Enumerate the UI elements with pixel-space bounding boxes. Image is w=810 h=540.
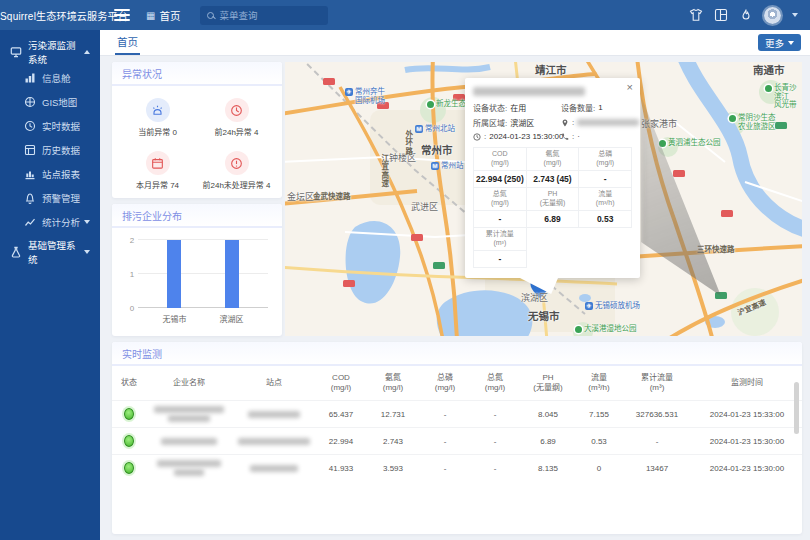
sidebar-group-base-management[interactable]: 基础管理系统 [0, 238, 100, 266]
empty-cell [579, 228, 632, 251]
station-name-redacted [232, 411, 316, 418]
table-row[interactable]: 41.9333.593--8.1350134672024-01-23 15:30… [112, 454, 802, 481]
value-cell: 41.933 [316, 464, 366, 473]
y-axis-tick: 0 [130, 304, 134, 313]
close-icon[interactable]: × [627, 81, 633, 93]
value-cell: 13467 [622, 464, 692, 473]
metric-unit: (mg/l) [491, 159, 509, 168]
value-cell: 2024-01-23 15:30:00 [692, 437, 802, 446]
app-logo: Squirrel生态环境云服务平台 [0, 8, 100, 23]
sidebar-item-信息舱[interactable]: 信息舱 [0, 66, 100, 90]
chevron-down-icon [84, 220, 90, 224]
address-redacted [577, 119, 639, 126]
gis-map[interactable]: 靖江市南通市常州市无锡市钟楼区武进区金坛区滨湖区张家港市三甲镇M常州北站M常州站… [285, 62, 802, 336]
device-status-label: 设备状态: [473, 102, 507, 113]
value-cell: 327636.531 [622, 410, 692, 419]
sidebar-item-label: 信息舱 [42, 71, 71, 85]
column-header-总磷: 总磷(mg/l) [420, 373, 470, 394]
metric-unit: (mg/l) [544, 159, 562, 168]
device-popup: × 设备状态:在用 设备数量:1 所属区域:滨湖区 : : 2024-01-23… [465, 78, 640, 278]
sidebar-item-历史数据[interactable]: 历史数据 [0, 138, 100, 162]
sidebar-item-label: 预警管理 [42, 191, 80, 205]
value-cell: 6.89 [520, 437, 576, 446]
clock-icon [225, 98, 249, 122]
device-name-redacted [473, 87, 585, 96]
metric-name: 氨氮 [545, 150, 559, 159]
more-button[interactable]: 更多 [758, 34, 801, 51]
column-header-line2: (m³/h) [588, 383, 609, 393]
user-avatar[interactable] [764, 7, 781, 24]
grid-icon: ▦ [146, 10, 155, 21]
metric-name: 总磷 [598, 150, 612, 159]
empty-cell [579, 251, 632, 268]
search-input[interactable] [219, 10, 321, 21]
phone-value: · [577, 132, 580, 141]
sidebar-item-GIS地图[interactable]: GIS地图 [0, 90, 100, 114]
sidebar-item-实时数据[interactable]: 实时数据 [0, 114, 100, 138]
status-cell [112, 435, 146, 447]
park-icon [427, 101, 434, 108]
column-header-line1: 站点 [266, 378, 282, 388]
siren-icon [146, 98, 170, 122]
chevron-down-icon [788, 41, 794, 45]
status-cell [112, 408, 146, 420]
device-metrics-table: COD(mg/l)氨氮(mg/l)总磷(mg/l)22.994(250)2.74… [473, 147, 632, 268]
column-header-line1: 氨氮 [385, 373, 401, 383]
abnormal-card[interactable]: 本月异常 74 [121, 147, 194, 194]
location-icon [561, 119, 569, 127]
user-menu-chevron-icon[interactable] [792, 13, 798, 17]
layout-icon[interactable] [714, 8, 728, 22]
map-label-外环路: 外环路 [403, 130, 412, 156]
sidebar-item-站点报表[interactable]: 站点报表 [0, 162, 100, 186]
metric-unit: (mg/l) [596, 159, 614, 168]
clock-icon [473, 133, 481, 141]
tab-home[interactable]: 首页 [115, 30, 140, 55]
search-icon [207, 12, 214, 19]
sidebar-item-统计分析[interactable]: 统计分析 [0, 210, 100, 234]
table-row[interactable]: 65.43712.731--8.0457.155327636.5312024-0… [112, 400, 802, 427]
column-header-line1: COD [332, 373, 350, 383]
panel-title: 排污企业分布 [112, 204, 282, 228]
metric-value: - [474, 211, 527, 228]
metric-value-number: - [498, 214, 501, 224]
sidebar-item-label: GIS地图 [42, 95, 77, 109]
redacted-text [248, 411, 300, 418]
bar-chart: 012无锡市滨湖区 [138, 240, 268, 308]
x-axis-label: 滨湖区 [220, 313, 244, 324]
value-cell: 3.593 [366, 464, 420, 473]
map-label-金坛区: 金坛区 [287, 192, 314, 202]
nav-home-button[interactable]: ▦ 首页 [146, 8, 180, 23]
column-header-line1: 累计流量 [641, 373, 673, 383]
abnormal-card[interactable]: 前24h未处理异常 4 [200, 147, 273, 194]
table-scrollbar[interactable] [794, 382, 799, 434]
column-header-line1: 监测时间 [731, 378, 763, 388]
map-label-大溪港湿地公园: 大溪港湿地公园 [575, 325, 637, 334]
redacted-text [174, 469, 204, 476]
redacted-text [238, 438, 310, 445]
monitor-icon [10, 46, 22, 58]
sidebar: 污染源监测系统 信息舱GIS地图实时数据历史数据站点报表预警管理统计分析 基础管… [0, 30, 100, 540]
map-label-靖江市: 靖江市 [535, 64, 567, 76]
station-name-redacted [232, 465, 316, 472]
metric-value: - [474, 251, 527, 268]
menu-toggle-icon[interactable] [114, 9, 130, 21]
value-cell: - [420, 464, 470, 473]
bell-icon [24, 192, 36, 204]
sidebar-item-预警管理[interactable]: 预警管理 [0, 186, 100, 210]
column-header-line1: 总磷 [437, 373, 453, 383]
abnormal-card[interactable]: 当前异常 0 [121, 94, 194, 141]
map-label-text: 无锡硕放机场 [595, 302, 640, 311]
metric-name: PH [548, 190, 558, 199]
stats-icon [24, 216, 36, 228]
abnormal-card[interactable]: 前24h异常 4 [200, 94, 273, 141]
table-row[interactable]: 22.9942.743--6.890.53-2024-01-23 15:30:0… [112, 427, 802, 454]
metric-value: 0.53 [579, 211, 632, 228]
metric-header: COD(mg/l) [474, 148, 527, 171]
theme-icon[interactable] [689, 8, 703, 22]
abnormal-card-label: 前24h异常 4 [214, 126, 258, 137]
flame-icon[interactable] [739, 8, 753, 22]
menu-search[interactable] [200, 6, 328, 25]
value-cell: 7.155 [576, 410, 622, 419]
map-label-黄泗浦生态公园: 黄泗浦生态公园 [659, 139, 721, 148]
sidebar-group-pollution-monitoring[interactable]: 污染源监测系统 [0, 38, 100, 66]
